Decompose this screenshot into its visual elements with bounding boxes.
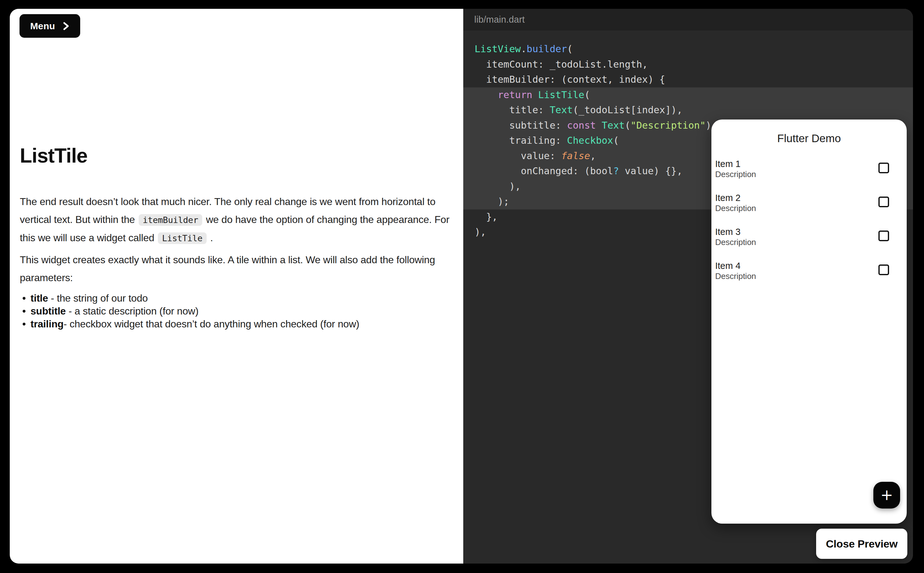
code-line-highlighted: return ListTile( [463,88,913,103]
list-item-subtitle: Description [715,238,907,247]
code-token: value: [475,150,561,161]
doc-pane: Menu ListTile The end result doesn’t loo… [10,9,463,564]
code-token [596,120,601,131]
code-token: . [521,44,526,55]
code-token: Text [550,105,573,116]
code-token: Text [601,120,625,131]
code-token: ListTile [538,89,584,100]
code-line: ListView.builder( [463,42,913,57]
code-token: ( [613,135,619,146]
list-item[interactable]: Item 1Description [711,156,907,189]
app-frame: Menu ListTile The end result doesn’t loo… [10,9,913,564]
code-line: itemBuilder: (context, index) { [463,72,913,88]
code-line-highlighted: title: Text(_todoList[index]), [463,103,913,118]
menu-button-label: Menu [30,21,55,31]
code-token: ), [475,226,486,238]
code-token: const [567,120,596,131]
code-token: title: [475,105,550,116]
code-token: return [498,89,532,100]
checkbox-icon[interactable] [879,230,889,241]
code-token: ( [584,89,590,100]
code-token: ); [475,196,509,207]
code-token: ? [613,166,619,177]
list-item-subtitle: Description [715,169,907,179]
list-item-title: Item 4 [715,258,907,271]
app-window: { "doc": { "menu_label": "Menu", "headin… [0,0,924,573]
list-item-subtitle: Description [715,271,907,281]
chevron-right-icon [63,21,69,31]
plus-icon: + [880,487,893,502]
doc-text: . [208,232,213,243]
code-token: "Description" [631,120,706,131]
code-token: ListView [475,44,521,55]
code-token: onChanged: (bool [475,166,613,177]
code-token: builder [526,44,567,55]
checkbox-icon[interactable] [879,265,889,275]
close-preview-label: Close Preview [826,538,897,550]
code-token [475,89,498,100]
code-token: trailing: [475,135,567,146]
inline-code-chip: itemBuilder [139,214,202,226]
code-token: itemCount: _todoList.length, [475,59,648,70]
list-item[interactable]: Item 4Description [711,258,907,291]
code-token: value) {}, [619,166,683,177]
inline-code-chip: ListTile [158,232,206,244]
code-token [532,89,538,100]
bullet-item: subtitle - a static description (for now… [20,305,461,318]
close-preview-button[interactable]: Close Preview [816,529,907,559]
add-fab-button[interactable]: + [873,482,900,509]
checkbox-icon[interactable] [879,163,889,173]
list-item[interactable]: Item 2Description [711,189,907,224]
checkbox-icon[interactable] [879,197,889,207]
bullet-term: subtitle [30,305,66,317]
phone-preview-card: Flutter Demo Item 1DescriptionItem 2Desc… [711,119,907,524]
preview-list: Item 1DescriptionItem 2DescriptionItem 3… [711,156,907,291]
bullet-item: trailing- checkbox widget that doesn’t d… [20,318,461,330]
code-token: itemBuilder: (context, index) { [475,74,665,85]
filename-label: lib/main.dart [474,14,525,25]
list-item-subtitle: Description [715,204,907,213]
bullet-term: title [30,293,48,304]
page-title: ListTile [20,145,88,167]
code-token: false [561,150,590,161]
list-item-title: Item 3 [715,224,907,237]
bullet-item: title - the string of our todo [20,292,461,305]
code-token: (_todoList[index]), [573,105,683,116]
code-token: ), [475,181,521,192]
code-line: itemCount: _todoList.length, [463,57,913,72]
bullet-term: trailing [30,318,64,330]
code-token: Checkbox [567,135,613,146]
code-token: ( [625,120,630,131]
code-token: }, [475,211,498,222]
code-header: lib/main.dart [463,9,913,30]
preview-appbar-title: Flutter Demo [711,132,907,145]
code-token: subtitle: [475,120,567,131]
doc-paragraph-1: The end result doesn’t look that much ni… [20,193,461,247]
list-item[interactable]: Item 3Description [711,224,907,258]
code-token: ( [567,44,573,55]
menu-button[interactable]: Menu [19,14,80,38]
code-token: , [590,150,596,161]
list-item-title: Item 1 [715,156,907,169]
doc-bullet-list: title - the string of our todosubtitle -… [20,292,461,330]
list-item-title: Item 2 [715,189,907,203]
doc-paragraph-2: This widget creates exactly what it soun… [20,251,461,287]
